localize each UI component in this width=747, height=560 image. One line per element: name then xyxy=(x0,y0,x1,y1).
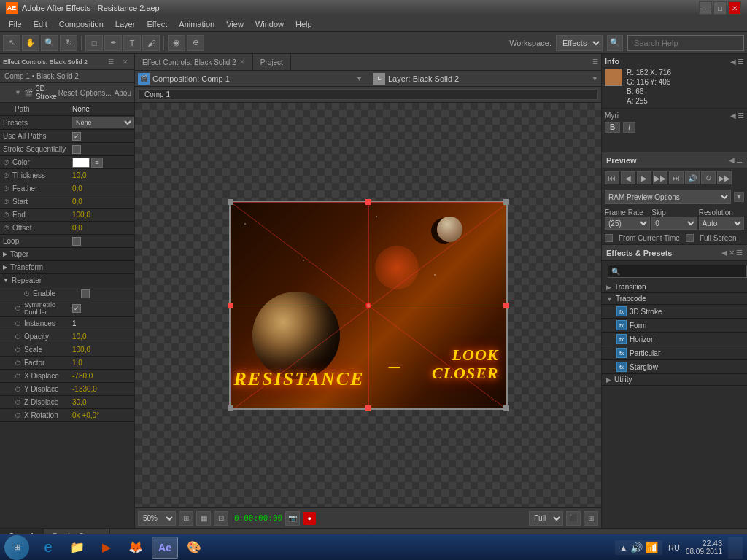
symmetric-doubler-checkbox[interactable]: ✓ xyxy=(72,304,81,313)
taskbar-media[interactable]: ▶ xyxy=(93,537,120,559)
info-menu[interactable]: ☰ xyxy=(738,58,744,66)
frame-rate-select[interactable]: (25) xyxy=(605,217,650,230)
effect-item-starglow[interactable]: fx Starglow xyxy=(602,360,747,374)
comp-view-options[interactable]: ▦ xyxy=(196,511,211,526)
close-button[interactable]: ✕ xyxy=(728,1,741,15)
tool-shape[interactable]: □ xyxy=(85,35,103,51)
effects-menu[interactable]: ☰ xyxy=(736,249,743,257)
handle-bl[interactable] xyxy=(228,405,233,411)
effect-item-horizon[interactable]: fx Horizon xyxy=(602,332,747,346)
menu-file[interactable]: File xyxy=(3,18,28,30)
menu-layer[interactable]: Layer xyxy=(109,18,142,30)
loop-checkbox[interactable] xyxy=(72,237,81,246)
instances-value[interactable]: 1 xyxy=(72,319,134,327)
taskbar-firefox[interactable]: 🦊 xyxy=(123,537,149,559)
end-value[interactable]: 100,0 xyxy=(72,211,134,219)
transparency-button[interactable]: ⬛ xyxy=(566,511,581,526)
snapshot-button[interactable]: 📷 xyxy=(285,511,300,526)
skip-select[interactable]: 0 xyxy=(651,217,697,230)
opacity-value[interactable]: 10,0 xyxy=(72,332,134,341)
about-button[interactable]: Abou xyxy=(115,89,131,97)
taskbar-ae[interactable]: Ae xyxy=(152,537,178,559)
title-controls[interactable]: — □ ✕ xyxy=(699,1,741,15)
utility-group-header[interactable]: ▶ Utility xyxy=(602,374,747,386)
from-current-time-checkbox[interactable] xyxy=(605,234,613,242)
color-swatch[interactable] xyxy=(72,158,90,168)
stroke-sequentially-checkbox[interactable] xyxy=(72,145,81,154)
show-desktop-button[interactable] xyxy=(728,537,743,559)
preview-menu[interactable]: ☰ xyxy=(736,156,743,164)
workspace-select[interactable]: Effects xyxy=(556,35,603,51)
menu-animation[interactable]: Animation xyxy=(173,18,220,30)
effect-item-form[interactable]: fx Form xyxy=(602,319,747,332)
effects-search-input[interactable] xyxy=(608,265,747,278)
tool-hand[interactable]: ✋ xyxy=(22,35,39,51)
play-button[interactable]: ▶ xyxy=(637,171,651,184)
transform-section[interactable]: ▶Transform xyxy=(0,261,134,274)
comp-panel-menu[interactable]: ☰ xyxy=(592,58,598,66)
z-displace-value[interactable]: 30,0 xyxy=(72,398,134,406)
comp-region[interactable]: ⊡ xyxy=(214,511,228,526)
reset-button[interactable]: Reset xyxy=(58,89,77,97)
taper-section[interactable]: ▶Taper xyxy=(0,248,134,261)
language-indicator[interactable]: RU xyxy=(668,543,680,552)
search-input[interactable] xyxy=(627,35,744,51)
enable-checkbox[interactable] xyxy=(81,289,90,298)
tab-effect-controls-close[interactable]: ✕ xyxy=(239,58,245,66)
rec-button[interactable]: ● xyxy=(303,512,316,525)
trapcode-group-header[interactable]: ▼ Trapcode xyxy=(602,293,747,305)
handle-bottom[interactable] xyxy=(365,405,371,411)
handle-tr[interactable] xyxy=(503,199,509,205)
char-menu[interactable]: ☰ xyxy=(738,112,744,120)
menu-window[interactable]: Window xyxy=(249,18,290,30)
tray-network[interactable]: 🔊 xyxy=(630,542,643,553)
info-expand[interactable]: ◀ xyxy=(730,58,736,66)
comp-menu-btn[interactable]: ▼ xyxy=(356,75,363,82)
tool-pen[interactable]: ✒ xyxy=(104,35,122,51)
x-rotation-value[interactable]: 0x +0,0° xyxy=(72,411,134,419)
taskbar-ie[interactable]: e xyxy=(35,537,61,559)
skip-to-start-button[interactable]: ⏮ xyxy=(605,171,619,184)
tool-roto[interactable]: ◉ xyxy=(168,35,185,51)
comp-fit-button[interactable]: ⊞ xyxy=(179,511,193,526)
3d-stroke-header[interactable]: ▼ 🎬 3D Stroke Reset Options... Abou xyxy=(0,83,134,103)
layer-menu-btn[interactable]: ▼ xyxy=(592,75,598,82)
effect-item-particular[interactable]: fx Particular xyxy=(602,346,747,360)
menu-view[interactable]: View xyxy=(220,18,249,30)
audio-button[interactable]: 🔊 xyxy=(685,171,700,184)
minimize-button[interactable]: — xyxy=(699,1,712,15)
handle-right[interactable] xyxy=(503,303,509,308)
menu-help[interactable]: Help xyxy=(290,18,318,30)
handle-top[interactable] xyxy=(365,199,371,205)
step-back-button[interactable]: ◀ xyxy=(621,171,635,184)
bold-button[interactable]: B xyxy=(605,122,620,133)
options-button[interactable]: Options... xyxy=(80,89,112,97)
effects-close[interactable]: ✕ xyxy=(729,249,735,257)
step-forward-button[interactable]: ▶▶ xyxy=(653,171,667,184)
handle-br[interactable] xyxy=(503,405,509,411)
start-value[interactable]: 0,0 xyxy=(72,198,134,206)
tool-brush[interactable]: 🖌 xyxy=(142,35,160,51)
tool-puppet[interactable]: ⊕ xyxy=(187,35,204,51)
handle-tl[interactable] xyxy=(228,199,233,205)
feather-value[interactable]: 0,0 xyxy=(72,184,134,192)
menu-edit[interactable]: Edit xyxy=(28,18,53,30)
x-displace-value[interactable]: -780,0 xyxy=(72,372,134,380)
loop-button[interactable]: ↻ xyxy=(701,171,716,184)
tab-effect-controls[interactable]: Effect Controls: Black Solid 2 ✕ xyxy=(135,54,253,70)
factor-value[interactable]: 1,0 xyxy=(72,359,134,367)
effect-item-3d-stroke[interactable]: fx 3D Stroke xyxy=(602,305,747,319)
presets-select[interactable]: None xyxy=(72,117,134,128)
menu-effect[interactable]: Effect xyxy=(141,18,173,30)
ram-preview-select[interactable]: RAM Preview Options xyxy=(605,190,731,204)
skip-to-end-button[interactable]: ⏭ xyxy=(669,171,684,184)
italic-button[interactable]: I xyxy=(623,122,635,133)
tool-text[interactable]: T xyxy=(123,35,141,51)
maximize-button[interactable]: □ xyxy=(713,1,727,15)
ram-options-menu[interactable]: ▼ xyxy=(734,192,744,202)
taskbar-paint[interactable]: 🎨 xyxy=(181,537,207,559)
tool-rotate[interactable]: ↻ xyxy=(60,35,77,51)
comp-tab[interactable]: Comp 1 xyxy=(138,89,598,100)
panel-close-button[interactable]: ✕ xyxy=(120,56,131,68)
tray-arrow[interactable]: ▲ xyxy=(619,543,627,552)
